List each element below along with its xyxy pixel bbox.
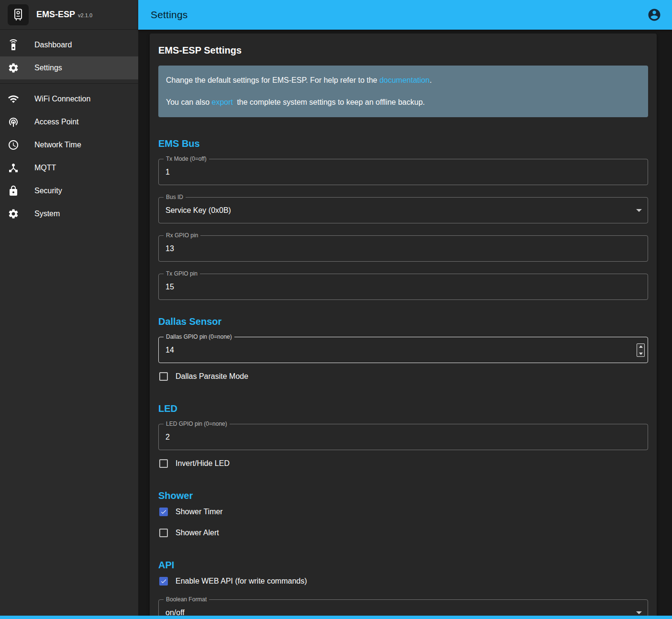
remote-icon xyxy=(8,39,19,51)
led-gpio-label: LED GPIO pin (0=none) xyxy=(164,420,230,428)
section-title-shower: Shower xyxy=(158,490,648,501)
sidebar-item-label: Security xyxy=(34,187,62,195)
checkbox-label: Shower Alert xyxy=(176,529,219,537)
shower-alert-checkbox-row[interactable]: Shower Alert xyxy=(158,522,648,543)
led-gpio-input[interactable] xyxy=(165,433,627,442)
rx-gpio-label: Rx GPIO pin xyxy=(164,232,200,239)
sidebar-item-label: Access Point xyxy=(34,118,78,126)
card-title: EMS-ESP Settings xyxy=(158,45,648,56)
sidebar-item-security[interactable]: Security xyxy=(0,179,138,202)
rx-gpio-input[interactable] xyxy=(165,244,627,253)
checkbox-unchecked-icon[interactable] xyxy=(159,459,168,468)
gear-icon xyxy=(8,62,19,74)
tx-gpio-input[interactable] xyxy=(165,283,627,291)
app-version: v2.1.0 xyxy=(78,12,92,18)
sidebar-item-label: System xyxy=(34,210,60,218)
invert-led-checkbox-row[interactable]: Invert/Hide LED xyxy=(158,453,648,474)
section-title-ems-bus: EMS Bus xyxy=(158,138,648,149)
bus-id-value: Service Key (0x0B) xyxy=(165,206,627,215)
lock-icon xyxy=(8,185,19,197)
checkbox-unchecked-icon[interactable] xyxy=(159,372,168,381)
sidebar-nav: Dashboard Settings WiFi Connection Acces… xyxy=(0,30,138,225)
app-logo xyxy=(8,4,29,25)
sidebar-item-label: Settings xyxy=(34,64,62,72)
checkbox-unchecked-icon[interactable] xyxy=(159,529,168,537)
appbar: Settings xyxy=(138,0,672,30)
sidebar-item-wifi-connection[interactable]: WiFi Connection xyxy=(0,88,138,111)
sidebar-item-label: MQTT xyxy=(34,164,56,172)
number-stepper[interactable] xyxy=(637,343,645,357)
checkbox-checked-icon[interactable] xyxy=(159,577,168,586)
access-point-icon xyxy=(8,116,19,128)
account-circle-icon[interactable] xyxy=(647,8,661,22)
shower-timer-checkbox-row[interactable]: Shower Timer xyxy=(158,501,648,522)
sidebar-item-dashboard[interactable]: Dashboard xyxy=(0,33,138,56)
sidebar-item-access-point[interactable]: Access Point xyxy=(0,111,138,133)
info-line-1: Change the default settings for EMS-ESP.… xyxy=(166,75,640,86)
info-text: Change the default settings for EMS-ESP.… xyxy=(166,76,379,84)
bus-id-label: Bus ID xyxy=(164,194,186,201)
sidebar-item-mqtt[interactable]: MQTT xyxy=(0,156,138,179)
sidebar-item-system[interactable]: System xyxy=(0,202,138,225)
sidebar-item-settings[interactable]: Settings xyxy=(0,56,138,79)
tx-mode-label: Tx Mode (0=off) xyxy=(164,155,209,163)
app-name: EMS-ESP xyxy=(36,10,75,19)
tx-gpio-label: Tx GPIO pin xyxy=(164,270,200,277)
stepper-down-icon[interactable] xyxy=(639,353,643,355)
checkbox-label: Enable WEB API (for write commands) xyxy=(176,577,307,586)
checkbox-label: Shower Timer xyxy=(176,508,223,516)
settings-card: EMS-ESP Settings Change the default sett… xyxy=(150,33,657,619)
dallas-gpio-label: Dallas GPIO pin (0=none) xyxy=(164,333,234,341)
main-column: Settings EMS-ESP Settings Change the def… xyxy=(138,0,672,619)
chevron-down-icon xyxy=(636,611,642,614)
dallas-gpio-field: Dallas GPIO pin (0=none) xyxy=(158,337,648,363)
info-text: . xyxy=(430,76,431,84)
info-box: Change the default settings for EMS-ESP.… xyxy=(158,66,648,117)
stepper-up-icon[interactable] xyxy=(639,345,643,348)
section-title-led: LED xyxy=(158,403,648,414)
enable-web-api-checkbox-row[interactable]: Enable WEB API (for write commands) xyxy=(158,571,648,592)
checkbox-checked-icon[interactable] xyxy=(159,508,168,516)
page-title: Settings xyxy=(151,9,187,21)
sidebar-divider xyxy=(0,83,138,84)
gear-icon xyxy=(8,208,19,220)
dallas-parasite-checkbox-row[interactable]: Dallas Parasite Mode xyxy=(158,366,648,387)
checkbox-label: Dallas Parasite Mode xyxy=(176,372,248,381)
tx-gpio-field: Tx GPIO pin xyxy=(158,274,648,300)
section-title-dallas-sensor: Dallas Sensor xyxy=(158,316,648,327)
app-title: EMS-ESPv2.1.0 xyxy=(36,10,92,20)
section-title-api: API xyxy=(158,560,648,571)
sidebar-item-network-time[interactable]: Network Time xyxy=(0,133,138,156)
rx-gpio-field: Rx GPIO pin xyxy=(158,235,648,262)
led-gpio-field: LED GPIO pin (0=none) xyxy=(158,424,648,450)
dallas-gpio-input[interactable] xyxy=(165,346,627,354)
tx-mode-input[interactable] xyxy=(165,168,627,177)
checkbox-label: Invert/Hide LED xyxy=(176,459,230,468)
sidebar-item-label: Network Time xyxy=(34,141,81,149)
sidebar-item-label: WiFi Connection xyxy=(34,95,90,103)
device-hub-icon xyxy=(8,162,19,174)
info-line-2: You can also export the complete system … xyxy=(166,97,640,108)
app-root: EMS-ESPv2.1.0 Dashboard Settings WiFi Co… xyxy=(0,0,672,619)
tx-mode-field: Tx Mode (0=off) xyxy=(158,159,648,185)
info-text: You can also xyxy=(166,98,211,106)
bottom-edge-bar xyxy=(0,616,672,619)
sidebar-header: EMS-ESPv2.1.0 xyxy=(0,0,138,30)
clock-icon xyxy=(8,139,19,151)
chevron-down-icon xyxy=(636,209,642,212)
content-area: EMS-ESP Settings Change the default sett… xyxy=(138,30,672,619)
sidebar: EMS-ESPv2.1.0 Dashboard Settings WiFi Co… xyxy=(0,0,138,619)
boolean-format-label: Boolean Format xyxy=(164,596,209,603)
boiler-logo-icon xyxy=(11,8,25,22)
sidebar-item-label: Dashboard xyxy=(34,41,72,49)
bus-id-select[interactable]: Bus ID Service Key (0x0B) xyxy=(158,197,648,223)
info-text: the complete system settings to keep an … xyxy=(235,98,425,106)
export-link[interactable]: export xyxy=(211,98,232,106)
documentation-link[interactable]: documentation xyxy=(379,76,430,84)
wifi-icon xyxy=(8,93,19,105)
